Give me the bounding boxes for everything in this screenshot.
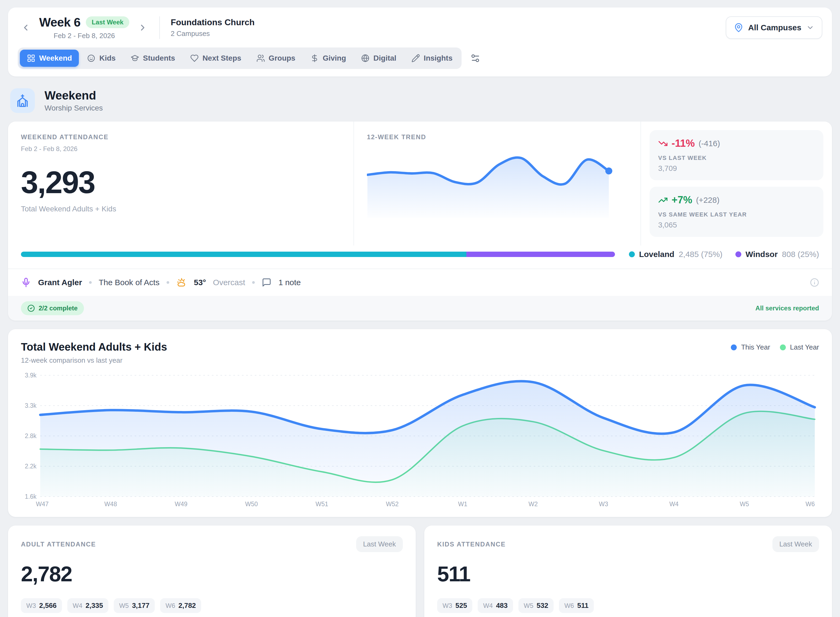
tab-bar: WeekendKidsStudentsNext StepsGroupsGivin… (18, 47, 461, 69)
campus-value: 808 (25%) (782, 250, 819, 259)
all-services-reported-link[interactable]: All services reported (756, 304, 819, 312)
adult-attendance-card: ADULT ATTENDANCE Last Week 2,782 W32,566… (8, 525, 416, 617)
services-complete-badge: 2/2 complete (21, 301, 84, 315)
campus-segment-windsor (466, 252, 615, 257)
tab-label: Insights (424, 54, 452, 62)
campus-selector-label: All Campuses (748, 23, 802, 32)
tab-weekend[interactable]: Weekend (20, 50, 79, 67)
twelve-week-trend-sparkline (367, 148, 614, 218)
week-date-range: Feb 2 - Feb 8, 2026 (39, 32, 129, 40)
section-header: Weekend Worship Services (8, 77, 832, 121)
tab-next-steps[interactable]: Next Steps (183, 50, 248, 67)
weather-temp: 53° (194, 278, 206, 287)
week-value: 511 (577, 601, 588, 610)
note-count[interactable]: 1 note (279, 278, 301, 287)
attendance-date: Feb 2 - Feb 8, 2026 (21, 145, 340, 153)
chevron-down-icon (806, 24, 814, 32)
tab-giving[interactable]: Giving (303, 50, 353, 67)
week-label: W3 (26, 602, 36, 610)
dot-separator (89, 281, 92, 284)
legend-dot (735, 251, 741, 257)
next-week-button[interactable] (135, 19, 151, 36)
week-label: W5 (119, 602, 129, 610)
trend-label: 12-WEEK TREND (367, 133, 628, 141)
tab-label: Groups (269, 54, 296, 62)
info-icon[interactable] (810, 278, 819, 287)
legend-label: Last Year (790, 343, 819, 351)
attendance-label: WEEKEND ATTENDANCE (21, 133, 340, 141)
week-pill-w6: W62,782 (160, 598, 201, 613)
week-value: 2,782 (178, 601, 196, 610)
campus-split-row: Loveland2,485 (75%)Windsor808 (25%) (8, 245, 832, 269)
campus-name: Windsor (746, 250, 778, 259)
comparison-column: -11% (-416) VS LAST WEEK 3,709 +7% (+228… (641, 121, 832, 245)
svg-text:W4: W4 (669, 500, 679, 508)
week-label: W4 (73, 602, 83, 610)
tab-students[interactable]: Students (124, 50, 182, 67)
tab-kids[interactable]: Kids (80, 50, 122, 67)
week-pill-w3: W3525 (437, 598, 472, 613)
section-subtitle: Worship Services (44, 104, 103, 112)
vs-last-year-pct: +7% (672, 194, 692, 206)
services-complete-label: 2/2 complete (38, 304, 78, 312)
campus-value: 2,485 (75%) (679, 250, 722, 259)
weekend-summary-card: WEEKEND ATTENDANCE Feb 2 - Feb 8, 2026 3… (8, 121, 832, 320)
chart-subtitle: 12-week comparison vs last year (21, 356, 167, 365)
week-label: W3 (442, 602, 452, 610)
kids-lastweek-badge: Last Week (772, 536, 819, 552)
church-name: Foundations Church (171, 18, 255, 27)
week-value: 532 (537, 601, 548, 610)
vs-last-week-stat: -11% (-416) VS LAST WEEK 3,709 (650, 130, 823, 180)
week-value: 525 (455, 601, 467, 610)
svg-text:W3: W3 (599, 500, 608, 508)
week-pill-w5: W5532 (519, 598, 554, 613)
legend-dot (780, 344, 786, 350)
campus-legend: Loveland2,485 (75%)Windsor808 (25%) (629, 250, 819, 259)
sermon-series: The Book of Acts (99, 278, 159, 287)
week-value: 2,335 (85, 601, 103, 610)
pen-icon (411, 54, 420, 62)
week-label: W4 (483, 602, 493, 610)
svg-text:W49: W49 (175, 500, 187, 508)
legend-label: This Year (741, 343, 770, 351)
week-navigator: Week 6 Last Week Feb 2 - Feb 8, 2026 (18, 15, 151, 40)
week-title: Week 6 (39, 15, 81, 30)
svg-text:W50: W50 (245, 500, 258, 508)
attendance-column: WEEKEND ATTENDANCE Feb 2 - Feb 8, 2026 3… (8, 121, 354, 245)
svg-text:3.3k: 3.3k (25, 402, 37, 409)
tab-insights[interactable]: Insights (404, 50, 460, 67)
dollar-icon (310, 54, 319, 62)
legend-dot (629, 251, 635, 257)
kids-attendance-card: KIDS ATTENDANCE Last Week 511 W3525W4483… (424, 525, 832, 617)
svg-text:3.9k: 3.9k (25, 372, 37, 379)
week-pill-w4: W42,335 (67, 598, 108, 613)
week-pill-w3: W32,566 (21, 598, 62, 613)
vs-last-week-label: VS LAST WEEK (658, 155, 815, 161)
dot-separator (167, 281, 169, 284)
tab-digital[interactable]: Digital (354, 50, 403, 67)
tab-label: Students (143, 54, 175, 62)
grid-icon (27, 54, 35, 62)
campus-name: Loveland (639, 250, 675, 259)
adult-lastweek-badge: Last Week (356, 536, 403, 552)
week-label: W6 (564, 602, 574, 610)
prev-week-button[interactable] (18, 19, 34, 36)
customize-tabs-button[interactable] (467, 50, 483, 66)
church-block: Foundations Church 2 Campuses (171, 18, 255, 38)
campus-selector[interactable]: All Campuses (726, 16, 822, 39)
chart-legend-item: This Year (731, 343, 770, 351)
tab-label: Digital (373, 54, 396, 62)
attendance-caption: Total Weekend Adults + Kids (21, 205, 340, 213)
adult-attendance-value: 2,782 (21, 562, 403, 586)
service-details-row: Grant Agler The Book of Acts 53° Overcas… (8, 269, 832, 296)
svg-text:W52: W52 (386, 500, 399, 508)
grad-icon (131, 54, 139, 62)
campus-legend-item-loveland: Loveland2,485 (75%) (629, 250, 722, 259)
dot-separator (252, 281, 255, 284)
tab-groups[interactable]: Groups (249, 50, 302, 67)
kids-sparkline (437, 615, 544, 617)
week-pill-w4: W4483 (477, 598, 513, 613)
kids-attendance-label: KIDS ATTENDANCE (437, 540, 505, 548)
campus-segment-loveland (21, 252, 466, 257)
svg-text:2.2k: 2.2k (25, 463, 37, 470)
